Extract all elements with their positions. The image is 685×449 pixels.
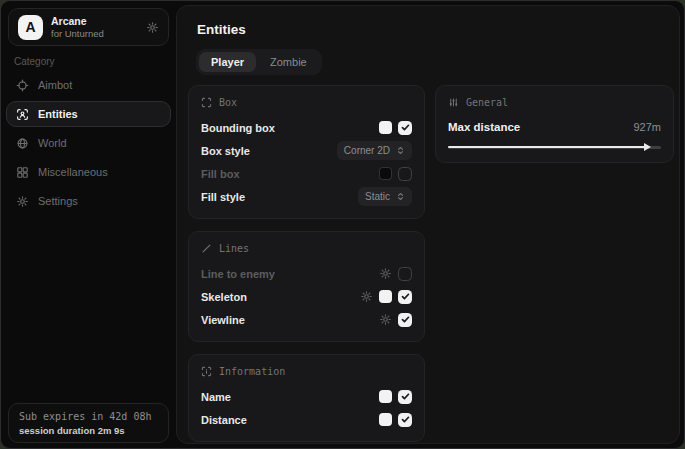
gear-icon[interactable]	[360, 290, 373, 303]
chevrons-up-down-icon	[396, 146, 405, 155]
lines-panel-header: Lines	[201, 243, 412, 254]
sidebar: A Arcane for Unturned Category	[1, 1, 176, 448]
grid-icon	[16, 166, 29, 179]
gear-icon[interactable]	[379, 267, 392, 280]
gear-icon	[16, 195, 29, 208]
fill-box-checkbox[interactable]	[398, 167, 412, 181]
sidebar-item-world[interactable]: World	[6, 130, 171, 156]
sidebar-item-miscellaneous[interactable]: Miscellaneous	[6, 159, 171, 185]
panel-title: Lines	[219, 243, 249, 254]
right-column: General Max distance 927m	[435, 85, 674, 163]
brand-text: Arcane for Unturned	[51, 15, 104, 40]
row-distance: Distance	[201, 408, 412, 431]
color-swatch[interactable]	[379, 413, 392, 426]
tab-player[interactable]: Player	[199, 52, 256, 72]
sidebar-item-entities[interactable]: Entities	[6, 101, 171, 127]
row-fill-style: Fill style Static	[201, 185, 412, 208]
max-distance-slider[interactable]	[448, 142, 661, 152]
sidebar-nav: Aimbot Entities	[6, 72, 171, 217]
left-column: Box Bounding box Box style	[188, 85, 425, 442]
panel-title: General	[466, 97, 508, 108]
row-label: Max distance	[448, 121, 520, 133]
fill-style-dropdown[interactable]: Static	[358, 187, 412, 206]
dropdown-value: Static	[365, 191, 390, 202]
sidebar-item-label: Aimbot	[38, 79, 72, 91]
check-icon	[401, 415, 410, 424]
scan-person-icon	[16, 108, 29, 121]
check-icon	[401, 292, 410, 301]
sidebar-item-label: Miscellaneous	[38, 166, 108, 178]
entity-tabs: Player Zombie	[196, 49, 322, 75]
row-skeleton: Skeleton	[201, 285, 412, 308]
row-label: Bounding box	[201, 122, 275, 134]
general-panel: General Max distance 927m	[435, 85, 674, 163]
sub-expiry-text: Sub expires in 42d 08h	[19, 411, 158, 422]
name-checkbox[interactable]	[398, 390, 412, 404]
session-duration-text: session duration 2m 9s	[19, 425, 158, 436]
row-bounding-box: Bounding box	[201, 116, 412, 139]
check-icon	[401, 315, 410, 324]
check-icon	[401, 123, 410, 132]
color-swatch[interactable]	[379, 121, 392, 134]
brand-card: A Arcane for Unturned	[8, 8, 169, 46]
information-panel-header: Information	[201, 366, 412, 377]
row-label: Box style	[201, 145, 250, 157]
row-label: Distance	[201, 414, 247, 426]
row-viewline: Viewline	[201, 308, 412, 331]
sliders-icon	[448, 97, 459, 108]
distance-checkbox[interactable]	[398, 413, 412, 427]
page-title: Entities	[197, 22, 246, 37]
sidebar-item-label: Entities	[38, 108, 78, 120]
box-style-dropdown[interactable]: Corner 2D	[337, 141, 412, 160]
color-swatch[interactable]	[379, 390, 392, 403]
main-panel: Entities Player Zombie Box Bounding box	[176, 5, 680, 444]
box-panel-header: Box	[201, 97, 412, 108]
bounding-box-checkbox[interactable]	[398, 121, 412, 135]
color-swatch[interactable]	[379, 290, 392, 303]
row-name: Name	[201, 385, 412, 408]
category-label: Category	[14, 56, 55, 67]
row-label: Skeleton	[201, 291, 247, 303]
app-window: A Arcane for Unturned Category	[0, 0, 685, 449]
sidebar-item-label: World	[38, 137, 67, 149]
tab-zombie[interactable]: Zombie	[258, 52, 319, 72]
dropdown-value: Corner 2D	[344, 145, 390, 156]
row-box-style: Box style Corner 2D	[201, 139, 412, 162]
lines-panel: Lines Line to enemy Skeleton	[188, 231, 425, 342]
row-label: Viewline	[201, 314, 245, 326]
panel-title: Box	[219, 97, 237, 108]
viewline-checkbox[interactable]	[398, 313, 412, 327]
sidebar-item-aimbot[interactable]: Aimbot	[6, 72, 171, 98]
panel-title: Information	[219, 366, 285, 377]
gear-icon[interactable]	[146, 21, 159, 34]
gear-icon[interactable]	[379, 313, 392, 326]
brand-name: Arcane	[51, 15, 104, 28]
info-brackets-icon	[201, 366, 212, 377]
max-distance-value: 927m	[633, 121, 661, 133]
row-label: Fill box	[201, 168, 240, 180]
row-label: Fill style	[201, 191, 245, 203]
check-icon	[401, 392, 410, 401]
line-to-enemy-checkbox[interactable]	[398, 267, 412, 281]
corners-icon	[201, 97, 212, 108]
color-swatch[interactable]	[379, 167, 392, 180]
brand-subtitle: for Unturned	[51, 28, 104, 40]
crosshair-icon	[16, 79, 29, 92]
chevrons-up-down-icon	[396, 192, 405, 201]
brand-logo: A	[18, 15, 43, 40]
slider-thumb[interactable]	[644, 143, 651, 151]
subscription-info: Sub expires in 42d 08h session duration …	[8, 403, 169, 443]
row-max-distance: Max distance 927m	[448, 116, 661, 138]
row-fill-box: Fill box	[201, 162, 412, 185]
content-area: Box Bounding box Box style	[188, 85, 674, 442]
diagonal-line-icon	[201, 243, 212, 254]
globe-icon	[16, 137, 29, 150]
skeleton-checkbox[interactable]	[398, 290, 412, 304]
sidebar-item-settings[interactable]: Settings	[6, 188, 171, 214]
row-label: Name	[201, 391, 231, 403]
box-panel: Box Bounding box Box style	[188, 85, 425, 219]
information-panel: Information Name Distance	[188, 354, 425, 442]
row-label: Line to enemy	[201, 268, 275, 280]
general-panel-header: General	[448, 97, 661, 108]
row-line-to-enemy: Line to enemy	[201, 262, 412, 285]
